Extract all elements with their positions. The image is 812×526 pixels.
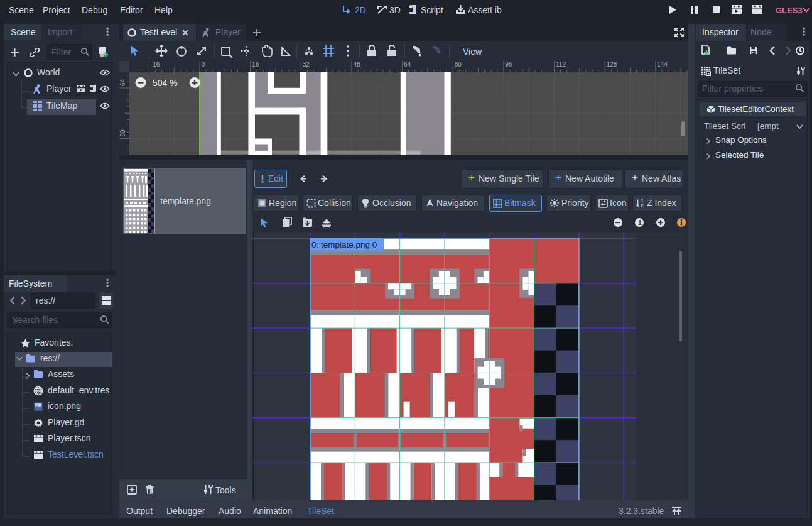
svg-text:48: 48 <box>353 61 360 68</box>
svg-text:144: 144 <box>657 61 668 68</box>
svg-text:128: 128 <box>607 61 617 68</box>
svg-text:32: 32 <box>303 61 310 68</box>
svg-text:1: 1 <box>638 218 642 226</box>
svg-text:96: 96 <box>505 61 512 68</box>
svg-text:2: 2 <box>641 202 644 208</box>
svg-text:-16: -16 <box>151 61 160 68</box>
svg-text:16: 16 <box>252 61 259 68</box>
svg-text:64: 64 <box>404 61 411 68</box>
svg-text:80: 80 <box>455 61 462 68</box>
svg-text:64: 64 <box>119 79 126 86</box>
svg-text:112: 112 <box>556 61 566 68</box>
svg-text:504 %: 504 % <box>153 78 178 88</box>
svg-text:0: template.png 0: 0: template.png 0 <box>311 240 377 249</box>
svg-text:80: 80 <box>119 129 126 136</box>
svg-text:0: 0 <box>202 61 205 68</box>
